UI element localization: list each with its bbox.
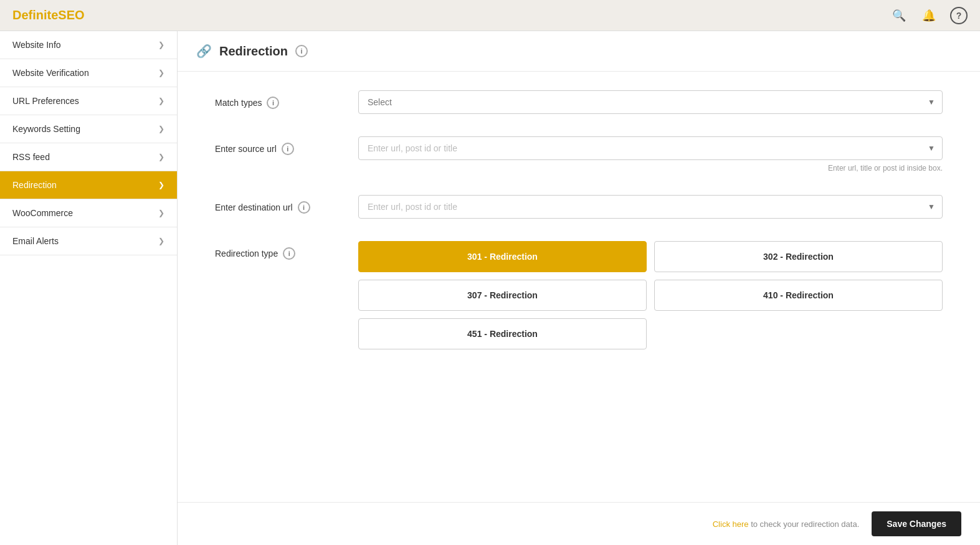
destination-url-control: ▼ — [358, 195, 943, 219]
link-icon: 🔗 — [196, 44, 212, 59]
chevron-right-icon: ❯ — [158, 181, 164, 189]
sidebar-item-redirection[interactable]: Redirection ❯ — [0, 171, 177, 199]
chevron-right-icon: ❯ — [158, 125, 164, 133]
footer-check-text: Click here to check your redirection dat… — [713, 518, 860, 529]
form-area: Match types i Select ▼ Enter source url — [178, 72, 980, 502]
footer-redirect-text: to check your redirection data. — [749, 519, 860, 529]
sidebar-item-website-info[interactable]: Website Info ❯ — [0, 31, 177, 59]
sidebar-label-url-preferences: URL Preferences — [12, 96, 79, 106]
app-body: Website Info ❯ Website Verification ❯ UR… — [0, 31, 980, 545]
match-types-label: Match types i — [215, 90, 340, 109]
sidebar-label-website-info: Website Info — [12, 40, 61, 50]
page-title: Redirection — [219, 44, 288, 59]
source-url-row: Enter source url i ▼ Enter url, title or… — [215, 136, 943, 173]
destination-url-input-wrapper: ▼ — [358, 195, 943, 219]
source-url-input[interactable] — [358, 136, 943, 160]
redirection-type-info-icon[interactable]: i — [283, 247, 295, 260]
main-content: 🔗 Redirection i Match types i Select ▼ — [178, 31, 980, 545]
topbar: DefiniteSEO 🔍 🔔 ? — [0, 0, 980, 31]
sidebar-label-woocommerce: WooCommerce — [12, 208, 73, 218]
match-types-select[interactable]: Select — [358, 90, 943, 114]
logo-seo: SEO — [58, 8, 84, 22]
click-here-link[interactable]: Click here — [713, 519, 749, 529]
chevron-right-icon: ❯ — [158, 40, 164, 49]
page-info-icon[interactable]: i — [295, 45, 308, 57]
topbar-icons: 🔍 🔔 ? — [890, 7, 968, 24]
destination-url-input[interactable] — [358, 195, 943, 219]
search-icon[interactable]: 🔍 — [890, 7, 908, 24]
redirect-btn-410[interactable]: 410 - Redirection — [654, 280, 943, 311]
redirect-btn-301[interactable]: 301 - Redirection — [358, 241, 647, 272]
redirect-buttons-grid: 301 - Redirection 302 - Redirection 307 … — [358, 241, 943, 349]
match-types-row: Match types i Select ▼ — [215, 90, 943, 114]
sidebar-item-email-alerts[interactable]: Email Alerts ❯ — [0, 227, 177, 255]
sidebar-label-website-verification: Website Verification — [12, 68, 89, 78]
source-url-input-wrapper: ▼ — [358, 136, 943, 160]
save-changes-button[interactable]: Save Changes — [872, 511, 961, 536]
redirection-type-buttons: 301 - Redirection 302 - Redirection 307 … — [358, 241, 943, 349]
chevron-right-icon: ❯ — [158, 209, 164, 217]
source-url-hint: Enter url, title or post id inside box. — [358, 164, 943, 173]
chevron-right-icon: ❯ — [158, 237, 164, 245]
bell-icon[interactable]: 🔔 — [920, 7, 938, 24]
sidebar: Website Info ❯ Website Verification ❯ UR… — [0, 31, 178, 545]
sidebar-item-rss-feed[interactable]: RSS feed ❯ — [0, 143, 177, 171]
redirection-type-label: Redirection type i — [215, 241, 340, 260]
chevron-right-icon: ❯ — [158, 69, 164, 77]
page-footer: Click here to check your redirection dat… — [178, 502, 980, 545]
app-logo: DefiniteSEO — [12, 8, 85, 22]
match-types-info-icon[interactable]: i — [267, 97, 279, 109]
redirect-btn-302[interactable]: 302 - Redirection — [654, 241, 943, 272]
chevron-right-icon: ❯ — [158, 97, 164, 105]
sidebar-label-rss-feed: RSS feed — [12, 152, 50, 162]
page-header: 🔗 Redirection i — [178, 31, 980, 72]
sidebar-item-keywords-setting[interactable]: Keywords Setting ❯ — [0, 115, 177, 143]
match-types-control: Select ▼ — [358, 90, 943, 114]
sidebar-label-keywords-setting: Keywords Setting — [12, 124, 80, 134]
destination-url-label: Enter destination url i — [215, 195, 340, 214]
redirect-btn-307[interactable]: 307 - Redirection — [358, 280, 647, 311]
source-url-info-icon[interactable]: i — [282, 143, 294, 155]
source-url-control: ▼ Enter url, title or post id inside box… — [358, 136, 943, 173]
logo-definite: Definite — [12, 8, 58, 22]
destination-url-row: Enter destination url i ▼ — [215, 195, 943, 219]
chevron-right-icon: ❯ — [158, 153, 164, 161]
source-url-label: Enter source url i — [215, 136, 340, 155]
help-icon[interactable]: ? — [950, 7, 968, 24]
destination-url-info-icon[interactable]: i — [298, 201, 310, 214]
sidebar-item-website-verification[interactable]: Website Verification ❯ — [0, 59, 177, 87]
match-types-select-wrapper: Select ▼ — [358, 90, 943, 114]
redirect-btn-451[interactable]: 451 - Redirection — [358, 318, 647, 349]
sidebar-label-redirection: Redirection — [12, 180, 57, 190]
sidebar-item-woocommerce[interactable]: WooCommerce ❯ — [0, 199, 177, 227]
sidebar-item-url-preferences[interactable]: URL Preferences ❯ — [0, 87, 177, 115]
sidebar-label-email-alerts: Email Alerts — [12, 236, 59, 246]
redirection-type-row: Redirection type i 301 - Redirection 302… — [215, 241, 943, 349]
